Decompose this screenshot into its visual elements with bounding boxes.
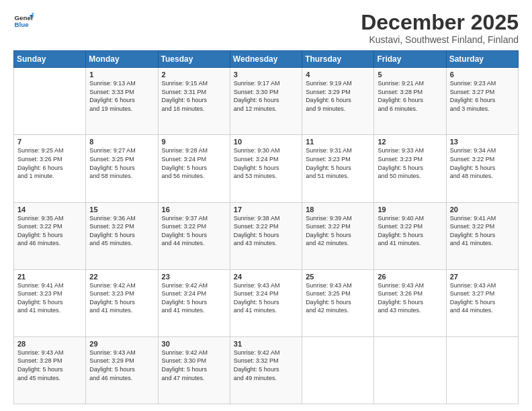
svg-text:Blue: Blue bbox=[15, 21, 30, 28]
day-number: 8 bbox=[89, 138, 154, 146]
day-number: 26 bbox=[378, 273, 442, 281]
day-number: 18 bbox=[306, 205, 370, 214]
day-number: 21 bbox=[17, 273, 82, 281]
col-monday: Monday bbox=[86, 51, 158, 68]
day-info: Sunrise: 9:43 AM Sunset: 3:28 PM Dayligh… bbox=[17, 349, 82, 382]
day-number: 12 bbox=[378, 138, 442, 146]
calendar-week-5: 28Sunrise: 9:43 AM Sunset: 3:28 PM Dayli… bbox=[14, 336, 519, 404]
calendar-cell: 14Sunrise: 9:35 AM Sunset: 3:22 PM Dayli… bbox=[14, 202, 86, 269]
day-number: 5 bbox=[378, 71, 442, 79]
day-info: Sunrise: 9:35 AM Sunset: 3:22 PM Dayligh… bbox=[17, 214, 82, 248]
calendar-cell: 29Sunrise: 9:43 AM Sunset: 3:29 PM Dayli… bbox=[86, 336, 158, 404]
day-info: Sunrise: 9:42 AM Sunset: 3:30 PM Dayligh… bbox=[162, 349, 226, 382]
calendar-week-2: 7Sunrise: 9:25 AM Sunset: 3:26 PM Daylig… bbox=[14, 135, 519, 202]
day-number: 23 bbox=[162, 273, 226, 281]
subtitle: Kustavi, Southwest Finland, Finland bbox=[361, 34, 519, 45]
day-number: 2 bbox=[162, 71, 226, 79]
col-thursday: Thursday bbox=[302, 51, 374, 68]
day-number: 3 bbox=[234, 71, 298, 79]
header: General Blue December 2025 Kustavi, Sout… bbox=[13, 11, 519, 45]
col-friday: Friday bbox=[374, 51, 446, 68]
calendar-cell: 21Sunrise: 9:41 AM Sunset: 3:23 PM Dayli… bbox=[14, 269, 86, 336]
day-number: 29 bbox=[89, 340, 154, 348]
page: General Blue December 2025 Kustavi, Sout… bbox=[0, 0, 532, 411]
day-number: 1 bbox=[89, 71, 154, 79]
day-info: Sunrise: 9:40 AM Sunset: 3:22 PM Dayligh… bbox=[378, 214, 442, 248]
day-info: Sunrise: 9:41 AM Sunset: 3:22 PM Dayligh… bbox=[450, 214, 515, 248]
calendar-cell: 12Sunrise: 9:33 AM Sunset: 3:23 PM Dayli… bbox=[374, 135, 446, 202]
calendar-cell: 23Sunrise: 9:42 AM Sunset: 3:24 PM Dayli… bbox=[158, 269, 230, 336]
calendar-cell bbox=[374, 336, 446, 404]
calendar-cell: 11Sunrise: 9:31 AM Sunset: 3:23 PM Dayli… bbox=[302, 135, 374, 202]
day-number: 20 bbox=[450, 205, 515, 214]
calendar-cell: 8Sunrise: 9:27 AM Sunset: 3:25 PM Daylig… bbox=[86, 135, 158, 202]
day-number: 14 bbox=[17, 205, 82, 214]
calendar-cell: 9Sunrise: 9:28 AM Sunset: 3:24 PM Daylig… bbox=[158, 135, 230, 202]
title-section: December 2025 Kustavi, Southwest Finland… bbox=[361, 11, 519, 45]
calendar-cell: 19Sunrise: 9:40 AM Sunset: 3:22 PM Dayli… bbox=[374, 202, 446, 269]
calendar-week-4: 21Sunrise: 9:41 AM Sunset: 3:23 PM Dayli… bbox=[14, 269, 519, 336]
calendar-week-1: 1Sunrise: 9:13 AM Sunset: 3:33 PM Daylig… bbox=[14, 68, 519, 135]
day-info: Sunrise: 9:31 AM Sunset: 3:23 PM Dayligh… bbox=[306, 146, 370, 180]
day-info: Sunrise: 9:23 AM Sunset: 3:27 PM Dayligh… bbox=[450, 79, 515, 113]
day-number: 30 bbox=[162, 340, 226, 348]
calendar-cell: 2Sunrise: 9:15 AM Sunset: 3:31 PM Daylig… bbox=[158, 68, 230, 135]
day-number: 17 bbox=[234, 205, 298, 214]
day-number: 10 bbox=[234, 138, 298, 146]
day-info: Sunrise: 9:42 AM Sunset: 3:24 PM Dayligh… bbox=[162, 281, 226, 315]
day-info: Sunrise: 9:37 AM Sunset: 3:22 PM Dayligh… bbox=[162, 214, 226, 248]
day-number: 11 bbox=[306, 138, 370, 146]
day-info: Sunrise: 9:43 AM Sunset: 3:27 PM Dayligh… bbox=[450, 281, 515, 315]
day-number: 25 bbox=[306, 273, 370, 281]
day-info: Sunrise: 9:43 AM Sunset: 3:29 PM Dayligh… bbox=[89, 349, 154, 382]
calendar-cell: 5Sunrise: 9:21 AM Sunset: 3:28 PM Daylig… bbox=[374, 68, 446, 135]
calendar-cell: 16Sunrise: 9:37 AM Sunset: 3:22 PM Dayli… bbox=[158, 202, 230, 269]
calendar-cell: 28Sunrise: 9:43 AM Sunset: 3:28 PM Dayli… bbox=[14, 336, 86, 404]
calendar-week-3: 14Sunrise: 9:35 AM Sunset: 3:22 PM Dayli… bbox=[14, 202, 519, 269]
calendar-cell bbox=[14, 68, 86, 135]
day-number: 15 bbox=[89, 205, 154, 214]
calendar-cell: 10Sunrise: 9:30 AM Sunset: 3:24 PM Dayli… bbox=[230, 135, 302, 202]
day-number: 28 bbox=[17, 340, 82, 348]
calendar-cell: 20Sunrise: 9:41 AM Sunset: 3:22 PM Dayli… bbox=[446, 202, 518, 269]
day-number: 7 bbox=[17, 138, 82, 146]
day-info: Sunrise: 9:17 AM Sunset: 3:30 PM Dayligh… bbox=[234, 79, 298, 113]
col-tuesday: Tuesday bbox=[158, 51, 230, 68]
calendar-header-row: Sunday Monday Tuesday Wednesday Thursday… bbox=[14, 51, 519, 68]
day-info: Sunrise: 9:15 AM Sunset: 3:31 PM Dayligh… bbox=[162, 79, 226, 113]
day-info: Sunrise: 9:38 AM Sunset: 3:22 PM Dayligh… bbox=[234, 214, 298, 248]
day-info: Sunrise: 9:25 AM Sunset: 3:26 PM Dayligh… bbox=[17, 146, 82, 180]
calendar-cell: 31Sunrise: 9:42 AM Sunset: 3:32 PM Dayli… bbox=[230, 336, 302, 404]
calendar-table: Sunday Monday Tuesday Wednesday Thursday… bbox=[13, 50, 519, 404]
calendar-cell: 13Sunrise: 9:34 AM Sunset: 3:22 PM Dayli… bbox=[446, 135, 518, 202]
day-number: 9 bbox=[162, 138, 226, 146]
day-number: 6 bbox=[450, 71, 515, 79]
day-info: Sunrise: 9:42 AM Sunset: 3:23 PM Dayligh… bbox=[89, 281, 154, 315]
main-title: December 2025 bbox=[361, 11, 519, 34]
logo: General Blue bbox=[13, 11, 34, 31]
col-saturday: Saturday bbox=[446, 51, 518, 68]
day-info: Sunrise: 9:27 AM Sunset: 3:25 PM Dayligh… bbox=[89, 146, 154, 180]
calendar-cell: 17Sunrise: 9:38 AM Sunset: 3:22 PM Dayli… bbox=[230, 202, 302, 269]
day-info: Sunrise: 9:13 AM Sunset: 3:33 PM Dayligh… bbox=[89, 79, 154, 113]
col-sunday: Sunday bbox=[14, 51, 86, 68]
day-info: Sunrise: 9:41 AM Sunset: 3:23 PM Dayligh… bbox=[17, 281, 82, 315]
day-info: Sunrise: 9:34 AM Sunset: 3:22 PM Dayligh… bbox=[450, 146, 515, 180]
day-number: 27 bbox=[450, 273, 515, 281]
calendar-cell: 1Sunrise: 9:13 AM Sunset: 3:33 PM Daylig… bbox=[86, 68, 158, 135]
logo-icon: General Blue bbox=[13, 11, 34, 31]
day-number: 31 bbox=[234, 340, 298, 348]
calendar-cell: 7Sunrise: 9:25 AM Sunset: 3:26 PM Daylig… bbox=[14, 135, 86, 202]
day-number: 24 bbox=[234, 273, 298, 281]
day-info: Sunrise: 9:19 AM Sunset: 3:29 PM Dayligh… bbox=[306, 79, 370, 113]
day-info: Sunrise: 9:30 AM Sunset: 3:24 PM Dayligh… bbox=[234, 146, 298, 180]
calendar-cell: 27Sunrise: 9:43 AM Sunset: 3:27 PM Dayli… bbox=[446, 269, 518, 336]
day-info: Sunrise: 9:42 AM Sunset: 3:32 PM Dayligh… bbox=[234, 349, 298, 382]
day-info: Sunrise: 9:21 AM Sunset: 3:28 PM Dayligh… bbox=[378, 79, 442, 113]
day-info: Sunrise: 9:43 AM Sunset: 3:25 PM Dayligh… bbox=[306, 281, 370, 315]
calendar-cell: 24Sunrise: 9:43 AM Sunset: 3:24 PM Dayli… bbox=[230, 269, 302, 336]
calendar-cell: 4Sunrise: 9:19 AM Sunset: 3:29 PM Daylig… bbox=[302, 68, 374, 135]
calendar-cell: 30Sunrise: 9:42 AM Sunset: 3:30 PM Dayli… bbox=[158, 336, 230, 404]
day-info: Sunrise: 9:36 AM Sunset: 3:22 PM Dayligh… bbox=[89, 214, 154, 248]
day-info: Sunrise: 9:28 AM Sunset: 3:24 PM Dayligh… bbox=[162, 146, 226, 180]
